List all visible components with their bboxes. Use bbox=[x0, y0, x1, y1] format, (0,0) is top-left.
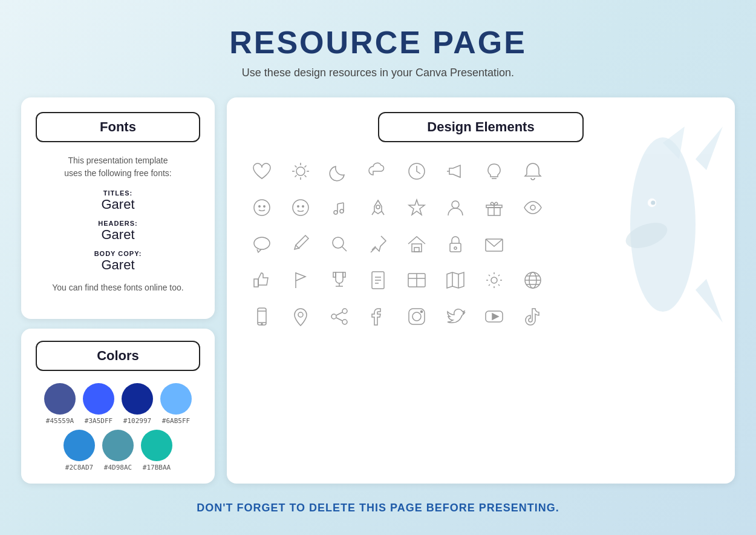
fonts-card: Fonts This presentation template uses th… bbox=[21, 97, 215, 319]
svg-marker-32 bbox=[409, 200, 425, 215]
book-icon bbox=[400, 263, 434, 297]
svg-point-82 bbox=[421, 311, 423, 313]
color-item-4: #6AB5FF bbox=[160, 383, 192, 425]
facebook-icon bbox=[361, 300, 395, 333]
color-item-2: #3A5DFF bbox=[83, 383, 114, 425]
globe-icon bbox=[516, 263, 550, 297]
fonts-title: Fonts bbox=[36, 112, 200, 142]
svg-point-21 bbox=[259, 206, 260, 207]
svg-marker-61 bbox=[447, 272, 464, 288]
colors-row-2: #2C8AD7 #4D98AC #17BBAA bbox=[64, 430, 172, 471]
svg-point-77 bbox=[331, 314, 336, 319]
left-panel: Fonts This presentation template uses th… bbox=[21, 97, 215, 484]
svg-line-41 bbox=[342, 247, 347, 251]
eye-icon bbox=[516, 191, 550, 225]
chat-icon bbox=[245, 227, 279, 261]
pin-icon bbox=[361, 227, 395, 261]
page-title: RESOURCE PAGE bbox=[229, 24, 527, 61]
color-hex-3: #102997 bbox=[123, 417, 151, 425]
color-hex-6: #4D98AC bbox=[104, 464, 132, 471]
color-swatch-3 bbox=[122, 383, 153, 415]
footer-note: DON'T FORGET TO DELETE THIS PAGE BEFORE … bbox=[184, 490, 572, 527]
svg-rect-49 bbox=[254, 279, 258, 287]
icons-row-3 bbox=[245, 227, 717, 261]
phone-icon bbox=[245, 300, 279, 333]
icons-row-1 bbox=[245, 154, 717, 188]
color-hex-1: #45559A bbox=[46, 417, 74, 425]
svg-marker-84 bbox=[492, 313, 498, 320]
bell-icon bbox=[516, 154, 550, 188]
font-online-note: You can find these fonts online too. bbox=[36, 283, 200, 292]
svg-point-75 bbox=[342, 309, 347, 313]
tiktok-icon bbox=[516, 300, 550, 333]
svg-line-15 bbox=[295, 176, 297, 177]
color-item-5: #2C8AD7 bbox=[64, 430, 95, 471]
music-icon bbox=[322, 191, 356, 225]
svg-point-31 bbox=[376, 205, 380, 209]
svg-line-78 bbox=[336, 312, 342, 315]
instagram-icon bbox=[400, 300, 434, 333]
location-icon bbox=[284, 300, 318, 333]
svg-line-13 bbox=[305, 176, 307, 177]
youtube-icon bbox=[477, 300, 511, 333]
gift-icon bbox=[477, 191, 511, 225]
lightbulb-icon bbox=[477, 154, 511, 188]
twitter-icon bbox=[438, 300, 472, 333]
person-icon bbox=[438, 191, 472, 225]
happy-face-icon bbox=[245, 191, 279, 225]
design-elements-title: Design Elements bbox=[378, 112, 584, 142]
color-swatch-6 bbox=[102, 430, 134, 461]
titles-font: TITLES: Garet bbox=[36, 189, 200, 212]
svg-point-33 bbox=[452, 201, 459, 208]
svg-point-25 bbox=[302, 206, 304, 207]
clock-icon bbox=[400, 154, 434, 188]
svg-line-12 bbox=[295, 166, 297, 168]
colors-card: Colors #45559A #3A5DFF #102997 bbox=[21, 329, 215, 484]
svg-point-26 bbox=[334, 211, 337, 214]
sun-icon bbox=[284, 154, 318, 188]
svg-point-81 bbox=[412, 312, 421, 321]
svg-point-7 bbox=[296, 167, 305, 176]
heart-icon bbox=[245, 154, 279, 188]
svg-point-37 bbox=[530, 205, 535, 210]
megaphone-icon bbox=[438, 154, 472, 188]
icons-grid bbox=[245, 154, 717, 333]
svg-point-23 bbox=[293, 200, 308, 215]
svg-point-22 bbox=[264, 206, 265, 207]
color-swatch-5 bbox=[64, 430, 95, 461]
flag-icon bbox=[284, 263, 318, 297]
body-font: BODY COPY: Garet bbox=[36, 250, 200, 273]
star-icon bbox=[400, 191, 434, 225]
color-hex-2: #3A5DFF bbox=[85, 417, 112, 425]
thumbsup-icon bbox=[245, 263, 279, 297]
svg-point-38 bbox=[254, 237, 270, 249]
fonts-section: This presentation template uses the foll… bbox=[36, 154, 200, 292]
document-icon bbox=[361, 263, 395, 297]
color-swatch-7 bbox=[141, 430, 172, 461]
pencil-icon bbox=[284, 227, 318, 261]
font-description: This presentation template uses the foll… bbox=[36, 154, 200, 180]
icons-row-4 bbox=[245, 263, 717, 297]
trophy-icon bbox=[322, 263, 356, 297]
page-subtitle: Use these design resources in your Canva… bbox=[229, 67, 527, 79]
svg-point-20 bbox=[254, 200, 270, 215]
share-icon bbox=[322, 300, 356, 333]
svg-point-27 bbox=[340, 209, 344, 213]
cloud-icon bbox=[361, 154, 395, 188]
colors-row-1: #45559A #3A5DFF #102997 #6AB5FF bbox=[44, 383, 192, 425]
svg-rect-45 bbox=[450, 243, 461, 252]
svg-point-73 bbox=[261, 324, 262, 325]
svg-point-24 bbox=[298, 206, 299, 207]
color-item-3: #102997 bbox=[122, 383, 153, 425]
color-swatch-1 bbox=[44, 383, 76, 415]
color-swatch-2 bbox=[83, 383, 114, 415]
colors-title: Colors bbox=[36, 341, 200, 371]
svg-rect-44 bbox=[414, 248, 419, 252]
color-item-1: #45559A bbox=[44, 383, 76, 425]
svg-point-76 bbox=[342, 320, 347, 324]
headers-font: HEADERS: Garet bbox=[36, 220, 200, 243]
color-hex-7: #17BBAA bbox=[143, 464, 171, 471]
color-item-7: #17BBAA bbox=[141, 430, 172, 471]
moon-icon bbox=[322, 154, 356, 188]
lock-icon bbox=[438, 227, 472, 261]
